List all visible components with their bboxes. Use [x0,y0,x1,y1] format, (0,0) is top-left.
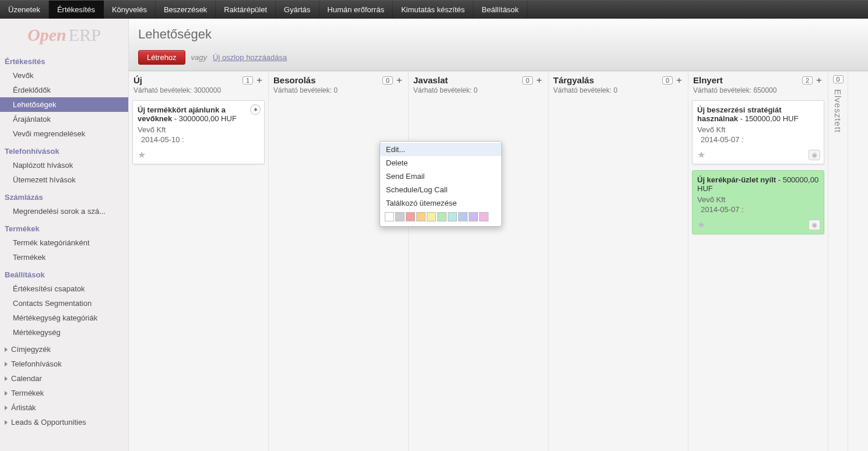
card-title: Új beszerzési stratégiát használnak - 15… [697,105,819,123]
topnav-item[interactable]: Raktárépület [216,1,276,19]
sidebar-section-title: Termékek [0,221,128,235]
star-icon[interactable]: ★ [697,219,705,230]
color-swatch[interactable] [385,212,394,221]
context-menu-item[interactable]: Találkozó ütemezése [380,196,501,210]
column-count-badge: 0 [662,76,673,84]
topnav-item[interactable]: Humán erőforrás [319,1,393,19]
column-subtitle: Várható bevételek: 0 [409,86,548,98]
column-count-badge: 0 [833,75,844,83]
sidebar-expand-item[interactable]: Telefonhívások [0,357,128,371]
sidebar-section-title: Értékesítés [0,54,128,68]
topnav-item[interactable]: Beállítások [473,1,528,19]
kanban-column-collapsed[interactable]: 0Elvesztett [828,72,848,451]
topnav-item[interactable]: Üzenetek [0,1,49,19]
sidebar-item[interactable]: Mértékegység kategóriák [0,311,128,325]
color-swatch[interactable] [458,212,468,221]
context-menu-item[interactable]: Delete [380,156,501,170]
sidebar-item[interactable]: Mértékegység [0,325,128,340]
color-swatch[interactable] [416,212,426,221]
column-add-button[interactable]: + [675,75,683,85]
card-date: 2014-05-07 : [697,205,819,214]
sidebar-item[interactable]: Megrendelési sorok a szá... [0,204,128,219]
column-add-button[interactable]: + [535,75,543,85]
context-menu-colors [380,210,501,225]
caret-right-icon [5,420,8,425]
context-menu-item[interactable]: Schedule/Log Call [380,183,501,196]
topnav-item[interactable]: Gyártás [276,1,319,19]
color-swatch[interactable] [406,212,415,221]
column-count-badge: 0 [382,76,393,84]
sidebar-item[interactable]: Vevői megrendelések [0,126,128,141]
sidebar-section-title: Telefonhívások [0,143,128,158]
top-nav: ÜzenetekÉrtékesítésKönyvelésBeszerzésekR… [0,0,868,19]
color-swatch[interactable] [395,212,405,221]
star-icon[interactable]: ★ [138,149,146,160]
column-subtitle: Várható bevételek: 0 [269,86,408,98]
main: Lehetőségek Létrehoz vagy Új oszlop hozz… [129,19,868,451]
kanban-card[interactable]: Új kerékpár-üzlet nyílt - 500000,00 HUFV… [692,170,824,234]
sidebar-expand-item[interactable]: Árlisták [0,400,128,415]
sidebar-item[interactable]: Naplózott hívások [0,158,128,172]
column-add-button[interactable]: + [255,75,263,85]
context-menu-item[interactable]: Send Email [380,170,501,183]
star-icon[interactable]: ★ [697,149,705,160]
card-title: Új kerékpár-üzlet nyílt - 500000,00 HUF [697,175,819,193]
kanban-card[interactable]: Új termékkört ajánlunk a vevőknek - 3000… [132,100,265,164]
sidebar-expand-item[interactable]: Címjegyzék [0,342,128,357]
sidebar-expand-item[interactable]: Termékek [0,386,128,400]
sidebar-item[interactable]: Ütemezett hívások [0,172,128,187]
caret-right-icon [5,347,8,352]
color-swatch[interactable] [427,212,436,221]
add-column-link[interactable]: Új oszlop hozzáadása [213,53,287,62]
color-swatch[interactable] [469,212,478,221]
sidebar-item[interactable]: Lehetőségek [0,97,128,112]
color-swatch[interactable] [448,212,457,221]
column-title: Új [133,75,243,85]
card-thumbnail-icon: ◉ [809,150,820,160]
kanban-column: Besorolás0+Várható bevételek: 0 [269,72,409,451]
sidebar-item[interactable]: Contacts Segmentation [0,296,128,311]
sidebar-item[interactable]: Érdeklődők [0,83,128,97]
topnav-item[interactable]: Könyvelés [104,1,156,19]
card-company: Vevő Kft [697,195,819,204]
context-menu-item[interactable]: Edit... [380,143,501,156]
page-title: Lehetőségek [138,27,859,42]
column-title: Besorolás [273,75,382,85]
column-subtitle: Várható bevételek: 3000000 [129,86,268,98]
color-swatch[interactable] [437,212,447,221]
caret-right-icon [5,376,8,381]
topnav-item[interactable]: Kimutatás készítés [393,1,473,19]
kanban-column: Javaslat0+Várható bevételek: 0 [409,72,549,451]
column-title: Elvesztett [833,89,843,133]
kanban-board: Új1+Várható bevételek: 3000000Új termékk… [129,71,868,451]
card-menu-icon[interactable]: ✦ [250,104,261,115]
sidebar: OpenERP ÉrtékesítésVevőkÉrdeklődőkLehető… [0,19,129,451]
column-title: Javaslat [413,75,522,85]
sidebar-item[interactable]: Termékek [0,250,128,265]
kanban-column: Elnyert2+Várható bevételek: 650000Új bes… [688,72,828,451]
sidebar-expand-item[interactable]: Leads & Opportunities [0,415,128,429]
column-count-badge: 2 [802,76,813,84]
topnav-item[interactable]: Beszerzések [156,1,216,19]
column-add-button[interactable]: + [815,75,823,85]
sidebar-section-title: Számlázás [0,189,128,204]
column-title: Elnyert [693,75,802,85]
column-add-button[interactable]: + [395,75,403,85]
sidebar-item[interactable]: Árajánlatok [0,112,128,126]
card-thumbnail-icon: ◉ [809,220,820,230]
sidebar-expand-item[interactable]: Calendar [0,371,128,386]
topnav-item[interactable]: Értékesítés [49,1,104,19]
kanban-column: Új1+Várható bevételek: 3000000Új termékk… [129,72,269,451]
sidebar-item[interactable]: Értékesítési csapatok [0,281,128,296]
or-separator: vagy [191,53,207,62]
column-count-badge: 1 [243,76,253,84]
sidebar-section-title: Beállítások [0,267,128,281]
sidebar-item[interactable]: Vevők [0,68,128,83]
kanban-card[interactable]: Új beszerzési stratégiát használnak - 15… [692,100,824,164]
caret-right-icon [5,362,8,367]
sidebar-item[interactable]: Termék kategóriánként [0,235,128,250]
color-swatch[interactable] [479,212,489,221]
create-button[interactable]: Létrehoz [138,50,185,65]
card-company: Vevő Kft [138,125,259,134]
logo: OpenERP [0,19,128,51]
